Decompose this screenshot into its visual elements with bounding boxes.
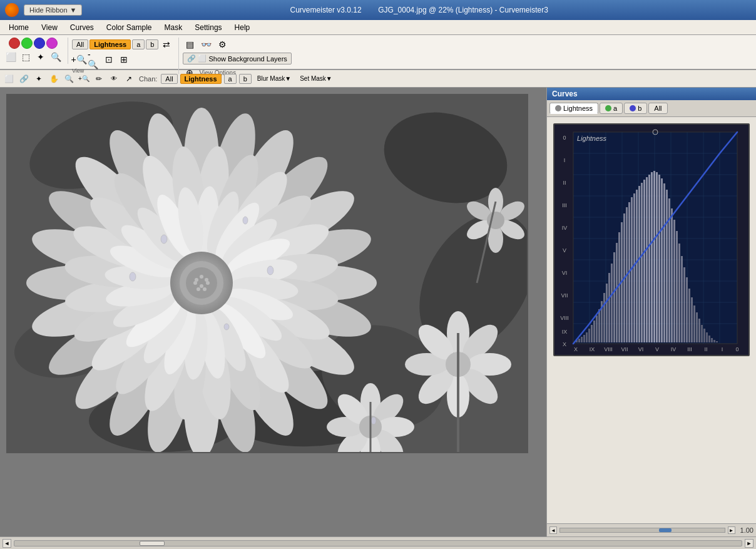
svg-rect-157 — [578, 339, 580, 342]
svg-text:VII: VII — [561, 292, 568, 299]
show-background-layers-btn[interactable]: 🔗 ⬜ Show Background Layers — [183, 53, 291, 64]
menu-mask[interactable]: Mask — [158, 22, 189, 33]
stool-link[interactable]: 🔗 — [18, 73, 30, 85]
curves-tab-lightness[interactable]: Lightness — [549, 103, 598, 114]
svg-rect-204 — [696, 312, 698, 342]
curves-tab-all[interactable]: All — [648, 103, 667, 114]
ribbon-color-tools: ⬜ ⬚ ✦ 🔍 — [4, 38, 68, 64]
stool-eyedropper[interactable]: ✦ — [33, 73, 45, 85]
scroll-thumb[interactable] — [140, 541, 165, 546]
curves-tab-a[interactable]: a — [600, 103, 623, 114]
menu-help[interactable]: Help — [228, 22, 257, 33]
sec-chan-a[interactable]: a — [224, 74, 237, 84]
zoom-out-btn[interactable]: -🔍 — [87, 53, 101, 66]
hide-ribbon-button[interactable]: Hide Ribbon ▼ — [24, 4, 82, 16]
stool-pencil[interactable]: ✏ — [93, 73, 105, 85]
chan-lightness-tab[interactable]: Lightness — [89, 39, 131, 49]
view-dropdown-btn[interactable]: ▤ — [183, 38, 197, 51]
stool-arrow[interactable]: ↗ — [123, 73, 135, 85]
svg-rect-209 — [708, 336, 710, 342]
tool-eyedropper[interactable]: ✦ — [34, 50, 48, 64]
zoom-fit-btn[interactable]: ⊡ — [102, 53, 116, 66]
blur-mask-dropdown[interactable]: Blur Mask▼ — [254, 73, 294, 85]
menu-color-sample[interactable]: Color Sample — [100, 22, 158, 33]
ribbon-toolbar: ⬜ ⬚ ✦ 🔍 All Lightness a b ⇄ +🔍 -🔍 ⊡ ⊞ Vi… — [0, 35, 756, 70]
curves-bottom-scrollbar: ◄ ► 1.00 — [547, 523, 756, 536]
svg-text:VIII: VIII — [604, 346, 613, 352]
svg-rect-211 — [713, 340, 715, 342]
chan-b-tab[interactable]: b — [146, 39, 158, 49]
app-title: Curvemeister v3.0.12 — [290, 6, 362, 14]
svg-rect-192 — [666, 190, 668, 342]
svg-point-82 — [186, 267, 217, 299]
svg-text:III: III — [687, 346, 692, 352]
tool-zoom[interactable]: 🔍 — [49, 50, 63, 64]
svg-rect-165 — [598, 309, 600, 342]
magenta-channel-btn[interactable] — [46, 38, 58, 49]
canvas-area[interactable] — [0, 88, 546, 536]
stool-magnify-zoom[interactable]: +🔍 — [78, 73, 90, 85]
scroll-left-arrow[interactable]: ◄ — [3, 539, 11, 548]
chan-all-tab[interactable]: All — [72, 39, 88, 49]
svg-rect-205 — [698, 319, 700, 342]
svg-point-86 — [200, 284, 203, 288]
svg-rect-188 — [656, 172, 658, 342]
menu-curves[interactable]: Curves — [64, 22, 100, 33]
bg-icon: ⬜ — [198, 54, 207, 63]
zoom-actual-btn[interactable]: ⊞ — [117, 53, 131, 66]
menu-home[interactable]: Home — [3, 22, 35, 33]
green-channel-btn[interactable] — [21, 38, 33, 49]
red-channel-btn[interactable] — [9, 38, 20, 49]
sec-chan-lightness[interactable]: Lightness — [180, 74, 222, 84]
view-settings-btn[interactable]: ⚙ — [215, 38, 229, 51]
scroll-right-arrow[interactable]: ► — [745, 539, 753, 548]
svg-text:0: 0 — [735, 346, 738, 352]
svg-text:0: 0 — [563, 135, 566, 141]
stool-zoom[interactable]: 🔍 — [63, 73, 75, 85]
b-dot — [630, 105, 636, 111]
svg-text:I: I — [722, 346, 723, 352]
svg-rect-187 — [653, 171, 655, 342]
view-glasses-btn[interactable]: 👓 — [199, 38, 213, 51]
curve-graph-container[interactable]: 0 I II III IV V VI VII VIII IX X — [553, 123, 750, 356]
svg-rect-210 — [711, 338, 713, 342]
zoom-in-btn[interactable]: +🔍 — [72, 53, 86, 66]
svg-point-114 — [371, 417, 376, 424]
sec-chan-b[interactable]: b — [239, 74, 252, 84]
curves-scroll-right[interactable]: ► — [728, 526, 735, 534]
svg-rect-198 — [681, 256, 683, 342]
svg-point-92 — [243, 217, 248, 224]
curves-scroll-track[interactable] — [559, 528, 725, 533]
svg-text:VII: VII — [621, 346, 628, 352]
svg-point-90 — [197, 287, 200, 291]
window-title: Curvemeister v3.0.12 GJG_0004.jpg @ 22% … — [87, 6, 751, 14]
svg-rect-200 — [686, 277, 688, 342]
set-mask-dropdown[interactable]: Set Mask▼ — [297, 73, 335, 85]
scroll-track[interactable] — [14, 540, 742, 546]
tool-lasso[interactable]: ⬚ — [19, 50, 33, 64]
svg-rect-207 — [703, 329, 705, 342]
curves-tab-all-label: All — [654, 105, 662, 112]
svg-text:IV: IV — [671, 346, 677, 352]
chan-a-tab[interactable]: a — [132, 39, 145, 49]
blue-channel-btn[interactable] — [34, 38, 45, 49]
menu-view[interactable]: View — [35, 22, 64, 33]
curves-scroll-left[interactable]: ◄ — [549, 526, 557, 534]
ribbon-btn-arrow: ▼ — [70, 6, 77, 14]
bottom-scrollbar: ◄ ► — [0, 536, 756, 549]
tool-select[interactable]: ⬜ — [4, 50, 18, 64]
svg-rect-158 — [581, 337, 583, 342]
menu-settings[interactable]: Settings — [188, 22, 228, 33]
channel-arrows[interactable]: ⇄ — [160, 38, 173, 51]
svg-rect-203 — [693, 305, 695, 342]
stool-select[interactable]: ⬜ — [3, 73, 15, 85]
svg-rect-179 — [633, 193, 635, 342]
curves-scroll-thumb[interactable] — [659, 528, 672, 532]
curves-tabs: Lightness a b All — [547, 100, 756, 117]
svg-rect-195 — [673, 220, 675, 342]
stool-hand[interactable]: ✋ — [48, 73, 60, 85]
sec-chan-all[interactable]: All — [161, 74, 177, 84]
secondary-toolbar: ⬜ 🔗 ✦ ✋ 🔍 +🔍 ✏ 👁 ↗ Chan: All Lightness a… — [0, 70, 756, 88]
stool-eyedropper2[interactable]: 👁 — [108, 73, 120, 85]
curves-tab-b[interactable]: b — [624, 103, 647, 114]
